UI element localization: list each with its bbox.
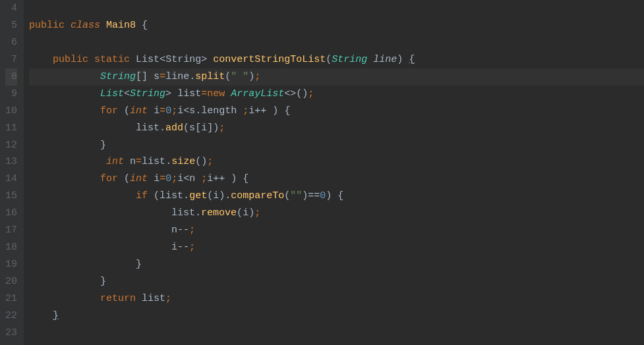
code-line[interactable]: return list; bbox=[29, 290, 644, 307]
code-line[interactable]: i--; bbox=[29, 239, 644, 256]
code-line[interactable]: if (list.get(i).compareTo("")==0) { bbox=[29, 188, 644, 205]
code-line[interactable] bbox=[29, 325, 644, 342]
line-number: 14 bbox=[5, 171, 17, 188]
line-number: 19 bbox=[5, 256, 17, 273]
line-number: 4 bbox=[5, 0, 17, 17]
code-line[interactable] bbox=[29, 0, 644, 17]
code-line[interactable]: public static List<String> convertString… bbox=[29, 51, 644, 68]
line-number: 12 bbox=[5, 137, 17, 154]
line-number: 5 bbox=[5, 17, 17, 34]
code-line[interactable]: int n=list.size(); bbox=[29, 153, 644, 171]
code-line[interactable]: } bbox=[29, 137, 644, 154]
line-number: 22 bbox=[5, 307, 17, 325]
code-line[interactable] bbox=[29, 34, 644, 51]
line-number: 21 bbox=[5, 290, 17, 307]
code-line[interactable]: for (int i=0;i<n ;i++ ) { bbox=[29, 171, 644, 188]
line-number: 6 bbox=[5, 34, 17, 51]
code-line[interactable]: list.remove(i); bbox=[29, 205, 644, 222]
code-area[interactable]: public class Main8 { public static List<… bbox=[24, 0, 644, 345]
line-number: 16 bbox=[5, 205, 17, 222]
line-number: 8 bbox=[5, 68, 17, 86]
code-line[interactable]: } bbox=[29, 273, 644, 290]
code-line[interactable]: List<String> list=new ArrayList<>(); bbox=[29, 86, 644, 103]
code-line[interactable]: for (int i=0;i<s.length ;i++ ) { bbox=[29, 103, 644, 120]
line-number: 9 bbox=[5, 86, 17, 103]
code-line[interactable]: public class Main8 { bbox=[29, 17, 644, 34]
code-line[interactable]: } bbox=[29, 307, 644, 325]
line-number: 20 bbox=[5, 273, 17, 290]
code-line[interactable]: n--; bbox=[29, 222, 644, 239]
code-line[interactable]: String[] s=line.split(" "); bbox=[29, 68, 644, 86]
line-number-gutter: 4 5 6 7 8 9 10 11 12 13 14 15 16 17 18 1… bbox=[0, 0, 24, 345]
line-number: 23 bbox=[5, 325, 17, 342]
line-number: 13 bbox=[5, 153, 17, 171]
line-number: 7 bbox=[5, 51, 17, 68]
line-number: 17 bbox=[5, 222, 17, 239]
code-line[interactable]: } bbox=[29, 256, 644, 273]
code-editor[interactable]: 4 5 6 7 8 9 10 11 12 13 14 15 16 17 18 1… bbox=[0, 0, 644, 345]
line-number: 11 bbox=[5, 120, 17, 137]
line-number: 18 bbox=[5, 239, 17, 256]
line-number: 15 bbox=[5, 188, 17, 205]
code-line[interactable]: list.add(s[i]); bbox=[29, 120, 644, 137]
line-number: 10 bbox=[5, 103, 17, 120]
